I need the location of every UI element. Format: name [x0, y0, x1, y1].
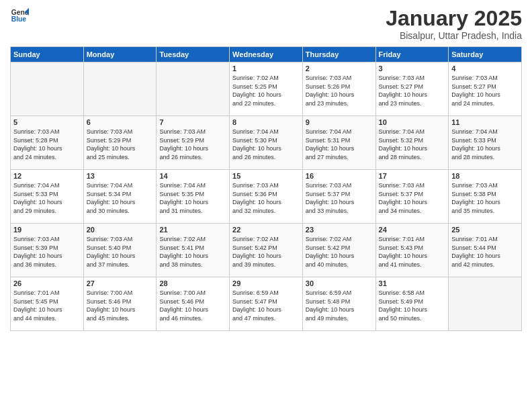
- day-info: Sunrise: 6:59 AM Sunset: 5:47 PM Dayligh…: [232, 289, 300, 322]
- day-number: 28: [159, 279, 226, 287]
- day-info: Sunrise: 7:03 AM Sunset: 5:29 PM Dayligh…: [87, 128, 154, 161]
- day-number: 31: [379, 279, 446, 287]
- col-friday: Friday: [375, 47, 449, 62]
- table-row: 14Sunrise: 7:04 AM Sunset: 5:35 PM Dayli…: [157, 170, 230, 224]
- table-row: 16Sunrise: 7:03 AM Sunset: 5:37 PM Dayli…: [302, 170, 375, 224]
- day-number: 24: [379, 226, 446, 234]
- table-row: [11, 62, 84, 116]
- calendar-subtitle: Bisalpur, Uttar Pradesh, India: [386, 30, 522, 41]
- header: General Blue January 2025 Bisalpur, Utta…: [10, 7, 522, 41]
- day-number: 7: [159, 118, 226, 126]
- day-info: Sunrise: 7:00 AM Sunset: 5:46 PM Dayligh…: [87, 289, 154, 322]
- table-row: 4Sunrise: 7:03 AM Sunset: 5:27 PM Daylig…: [449, 62, 522, 116]
- day-info: Sunrise: 7:02 AM Sunset: 5:25 PM Dayligh…: [232, 74, 300, 107]
- table-row: 17Sunrise: 7:03 AM Sunset: 5:37 PM Dayli…: [375, 170, 449, 224]
- table-row: 10Sunrise: 7:04 AM Sunset: 5:32 PM Dayli…: [375, 116, 449, 170]
- day-number: 1: [232, 64, 300, 73]
- table-row: 20Sunrise: 7:03 AM Sunset: 5:40 PM Dayli…: [83, 224, 157, 277]
- day-number: 21: [159, 226, 226, 234]
- day-number: 14: [159, 172, 226, 180]
- table-row: 25Sunrise: 7:01 AM Sunset: 5:44 PM Dayli…: [449, 224, 522, 277]
- table-row: [157, 62, 230, 116]
- day-number: 6: [87, 118, 154, 126]
- col-wednesday: Wednesday: [230, 47, 303, 62]
- calendar-week-row: 19Sunrise: 7:03 AM Sunset: 5:39 PM Dayli…: [11, 224, 522, 277]
- day-info: Sunrise: 7:03 AM Sunset: 5:40 PM Dayligh…: [87, 235, 154, 269]
- day-info: Sunrise: 7:03 AM Sunset: 5:28 PM Dayligh…: [13, 128, 81, 161]
- day-info: Sunrise: 7:01 AM Sunset: 5:44 PM Dayligh…: [451, 235, 519, 269]
- day-number: 19: [13, 226, 81, 234]
- calendar-container: General Blue January 2025 Bisalpur, Utta…: [0, 0, 532, 411]
- calendar-week-row: 1Sunrise: 7:02 AM Sunset: 5:25 PM Daylig…: [11, 62, 522, 116]
- day-info: Sunrise: 7:04 AM Sunset: 5:34 PM Dayligh…: [87, 181, 154, 215]
- day-number: 17: [379, 172, 446, 180]
- day-info: Sunrise: 7:03 AM Sunset: 5:39 PM Dayligh…: [13, 235, 81, 269]
- day-number: 11: [451, 118, 519, 126]
- table-row: 9Sunrise: 7:04 AM Sunset: 5:31 PM Daylig…: [302, 116, 375, 170]
- day-info: Sunrise: 7:03 AM Sunset: 5:27 PM Dayligh…: [379, 74, 446, 107]
- col-sunday: Sunday: [11, 47, 84, 62]
- table-row: 30Sunrise: 6:59 AM Sunset: 5:48 PM Dayli…: [302, 277, 375, 331]
- col-monday: Monday: [83, 47, 157, 62]
- col-saturday: Saturday: [449, 47, 522, 62]
- svg-text:Blue: Blue: [11, 15, 27, 23]
- day-info: Sunrise: 7:04 AM Sunset: 5:30 PM Dayligh…: [232, 128, 300, 161]
- day-number: 13: [87, 172, 154, 180]
- table-row: 3Sunrise: 7:03 AM Sunset: 5:27 PM Daylig…: [375, 62, 449, 116]
- title-section: January 2025 Bisalpur, Uttar Pradesh, In…: [386, 7, 522, 41]
- calendar-table: Sunday Monday Tuesday Wednesday Thursday…: [10, 46, 522, 331]
- day-number: 3: [379, 64, 446, 73]
- day-info: Sunrise: 7:04 AM Sunset: 5:35 PM Dayligh…: [159, 181, 226, 215]
- day-number: 30: [306, 279, 373, 287]
- logo: General Blue: [10, 7, 29, 26]
- calendar-week-row: 12Sunrise: 7:04 AM Sunset: 5:33 PM Dayli…: [11, 170, 522, 224]
- day-info: Sunrise: 7:01 AM Sunset: 5:45 PM Dayligh…: [13, 289, 81, 322]
- day-number: 27: [87, 279, 154, 287]
- day-info: Sunrise: 7:04 AM Sunset: 5:32 PM Dayligh…: [379, 128, 446, 161]
- table-row: [83, 62, 157, 116]
- day-info: Sunrise: 7:02 AM Sunset: 5:42 PM Dayligh…: [306, 235, 373, 269]
- day-info: Sunrise: 7:02 AM Sunset: 5:42 PM Dayligh…: [232, 235, 300, 269]
- col-tuesday: Tuesday: [157, 47, 230, 62]
- day-info: Sunrise: 7:03 AM Sunset: 5:37 PM Dayligh…: [379, 181, 446, 215]
- table-row: 23Sunrise: 7:02 AM Sunset: 5:42 PM Dayli…: [302, 224, 375, 277]
- day-number: 20: [87, 226, 154, 234]
- day-info: Sunrise: 7:00 AM Sunset: 5:46 PM Dayligh…: [159, 289, 226, 322]
- day-number: 4: [451, 64, 519, 73]
- day-number: 15: [232, 172, 300, 180]
- logo-icon: General Blue: [10, 7, 29, 26]
- table-row: 8Sunrise: 7:04 AM Sunset: 5:30 PM Daylig…: [230, 116, 303, 170]
- day-number: 12: [13, 172, 81, 180]
- day-info: Sunrise: 7:03 AM Sunset: 5:27 PM Dayligh…: [451, 74, 519, 107]
- day-number: 22: [232, 226, 300, 234]
- day-info: Sunrise: 6:58 AM Sunset: 5:49 PM Dayligh…: [379, 289, 446, 322]
- day-number: 29: [232, 279, 300, 287]
- day-info: Sunrise: 7:01 AM Sunset: 5:43 PM Dayligh…: [379, 235, 446, 269]
- table-row: 28Sunrise: 7:00 AM Sunset: 5:46 PM Dayli…: [157, 277, 230, 331]
- day-info: Sunrise: 7:03 AM Sunset: 5:36 PM Dayligh…: [232, 181, 300, 215]
- table-row: 27Sunrise: 7:00 AM Sunset: 5:46 PM Dayli…: [83, 277, 157, 331]
- table-row: 24Sunrise: 7:01 AM Sunset: 5:43 PM Dayli…: [375, 224, 449, 277]
- day-info: Sunrise: 7:03 AM Sunset: 5:29 PM Dayligh…: [159, 128, 226, 161]
- day-number: 18: [451, 172, 519, 180]
- day-number: 16: [306, 172, 373, 180]
- table-row: 19Sunrise: 7:03 AM Sunset: 5:39 PM Dayli…: [11, 224, 84, 277]
- day-number: 5: [13, 118, 81, 126]
- day-number: 9: [306, 118, 373, 126]
- table-row: 21Sunrise: 7:02 AM Sunset: 5:41 PM Dayli…: [157, 224, 230, 277]
- table-row: [449, 277, 522, 331]
- table-row: 31Sunrise: 6:58 AM Sunset: 5:49 PM Dayli…: [375, 277, 449, 331]
- day-number: 26: [13, 279, 81, 287]
- table-row: 13Sunrise: 7:04 AM Sunset: 5:34 PM Dayli…: [83, 170, 157, 224]
- day-number: 8: [232, 118, 300, 126]
- col-thursday: Thursday: [302, 47, 375, 62]
- table-row: 22Sunrise: 7:02 AM Sunset: 5:42 PM Dayli…: [230, 224, 303, 277]
- table-row: 2Sunrise: 7:03 AM Sunset: 5:26 PM Daylig…: [302, 62, 375, 116]
- day-number: 10: [379, 118, 446, 126]
- calendar-week-row: 26Sunrise: 7:01 AM Sunset: 5:45 PM Dayli…: [11, 277, 522, 331]
- day-number: 25: [451, 226, 519, 234]
- table-row: 6Sunrise: 7:03 AM Sunset: 5:29 PM Daylig…: [83, 116, 157, 170]
- table-row: 26Sunrise: 7:01 AM Sunset: 5:45 PM Dayli…: [11, 277, 84, 331]
- day-number: 2: [306, 64, 373, 73]
- table-row: 18Sunrise: 7:03 AM Sunset: 5:38 PM Dayli…: [449, 170, 522, 224]
